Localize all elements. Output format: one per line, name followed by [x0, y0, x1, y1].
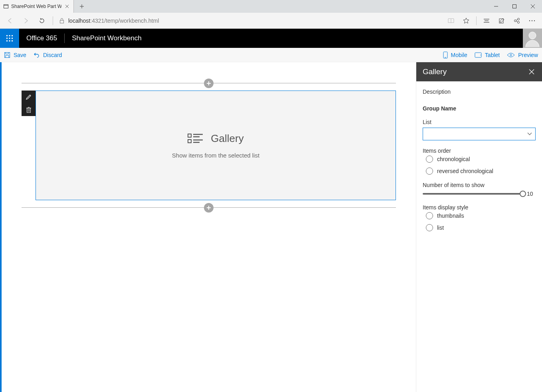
- app-launcher-button[interactable]: [0, 29, 19, 48]
- svg-rect-0: [4, 5, 8, 8]
- svg-rect-7: [513, 5, 516, 8]
- add-section-line-bottom: [22, 207, 396, 208]
- svg-rect-35: [6, 55, 9, 58]
- radio-list[interactable]: list: [426, 224, 536, 231]
- new-tab-button[interactable]: [74, 0, 90, 13]
- num-items-slider[interactable]: [423, 193, 523, 195]
- tablet-view-button[interactable]: Tablet: [475, 52, 500, 58]
- browser-tab-title: SharePoint Web Part W: [11, 4, 61, 9]
- delete-webpart-button[interactable]: [22, 103, 36, 116]
- mobile-view-button[interactable]: Mobile: [443, 51, 467, 59]
- radio-label: list: [437, 225, 444, 231]
- property-pane: Gallery Description Group Name List Item…: [416, 62, 542, 392]
- svg-rect-31: [12, 40, 13, 41]
- pane-description: Description: [423, 89, 536, 95]
- close-icon: [529, 69, 534, 75]
- url-path: :4321/temp/workbench.html: [90, 18, 159, 24]
- url-host: localhost: [68, 18, 90, 24]
- display-style-label: Items display style: [423, 204, 536, 211]
- svg-point-32: [529, 32, 536, 39]
- eye-icon: [507, 53, 515, 57]
- close-window-button[interactable]: [524, 0, 542, 13]
- list-icon: [188, 133, 204, 144]
- save-label: Save: [14, 52, 26, 58]
- reading-view-icon[interactable]: [443, 13, 459, 29]
- minimize-button[interactable]: [487, 0, 505, 13]
- radio-thumbnails[interactable]: thumbnails: [426, 212, 536, 219]
- browser-address-bar: localhost:4321/temp/workbench.html: [0, 13, 542, 29]
- suite-bar: Office 365 SharePoint Workbench: [0, 29, 542, 48]
- save-icon: [4, 52, 10, 58]
- radio-icon: [426, 224, 433, 231]
- svg-rect-51: [188, 140, 191, 143]
- radio-label: thumbnails: [437, 213, 464, 219]
- chevron-down-icon: [527, 132, 532, 136]
- discard-label: Discard: [43, 52, 62, 58]
- radio-label: chronological: [437, 156, 470, 162]
- property-pane-title: Gallery: [423, 67, 447, 76]
- discard-button[interactable]: Discard: [34, 52, 62, 58]
- lock-icon[interactable]: [56, 13, 67, 29]
- svg-point-16: [518, 18, 520, 20]
- svg-point-39: [480, 55, 481, 55]
- num-items-label: Number of items to show: [423, 182, 536, 188]
- webpart-title: Gallery: [211, 132, 243, 145]
- more-icon[interactable]: [524, 13, 540, 29]
- preview-label: Preview: [518, 52, 538, 58]
- webpart-row: Gallery Show items from the selected lis…: [22, 91, 396, 200]
- webpart-toolbar: [22, 91, 36, 116]
- list-field-label: List: [423, 119, 536, 125]
- user-avatar[interactable]: [523, 29, 542, 48]
- svg-rect-34: [6, 52, 8, 54]
- svg-point-15: [514, 20, 516, 22]
- property-pane-header: Gallery: [416, 62, 542, 81]
- radio-chronological[interactable]: chronological: [426, 156, 536, 163]
- favorite-icon[interactable]: [459, 13, 474, 29]
- forward-button[interactable]: [18, 13, 34, 29]
- suite-brand[interactable]: Office 365: [19, 29, 64, 48]
- canvas-area: Gallery Show items from the selected lis…: [0, 62, 416, 392]
- close-pane-button[interactable]: [528, 68, 536, 76]
- list-field: List: [423, 119, 536, 140]
- hub-icon[interactable]: [479, 13, 494, 29]
- notes-icon[interactable]: [494, 13, 509, 29]
- webpart-description: Show items from the selected list: [172, 152, 259, 159]
- close-tab-icon[interactable]: [64, 3, 70, 10]
- tablet-label: Tablet: [485, 52, 500, 58]
- svg-line-19: [516, 21, 518, 22]
- add-section-button-top[interactable]: [204, 79, 214, 88]
- addr-divider-2: [476, 16, 477, 25]
- edit-webpart-button[interactable]: [22, 91, 36, 103]
- back-button[interactable]: [2, 13, 18, 29]
- webpart-selection[interactable]: Gallery Show items from the selected lis…: [36, 91, 396, 200]
- refresh-button[interactable]: [34, 13, 49, 29]
- svg-point-20: [529, 20, 530, 21]
- preview-button[interactable]: Preview: [507, 52, 538, 58]
- add-section-button-bottom[interactable]: [204, 203, 214, 213]
- svg-rect-25: [12, 35, 13, 36]
- radio-reversed-chronological[interactable]: reversed chronological: [426, 167, 536, 175]
- tablet-icon: [475, 52, 482, 58]
- radio-label: reversed chronological: [437, 168, 493, 174]
- undo-icon: [34, 52, 40, 58]
- add-section-line-top: [22, 83, 396, 83]
- svg-point-17: [518, 21, 520, 23]
- save-button[interactable]: Save: [4, 52, 26, 58]
- list-dropdown[interactable]: [423, 128, 536, 140]
- slider-thumb[interactable]: [520, 191, 526, 197]
- maximize-button[interactable]: [505, 0, 524, 13]
- addr-divider: [53, 16, 53, 25]
- display-style-field: Items display style thumbnails list: [423, 204, 536, 231]
- radio-icon: [426, 156, 433, 163]
- items-order-label: Items order: [423, 148, 536, 154]
- browser-tab[interactable]: SharePoint Web Part W: [0, 0, 74, 13]
- svg-rect-24: [9, 35, 10, 36]
- num-items-field: Number of items to show 10: [423, 182, 536, 197]
- url-text[interactable]: localhost:4321/temp/workbench.html: [68, 18, 159, 24]
- suite-app-title: SharePoint Workbench: [65, 29, 149, 48]
- window-controls: [487, 0, 542, 13]
- addr-right-icons: [443, 13, 540, 29]
- share-icon[interactable]: [509, 13, 524, 29]
- radio-icon: [426, 212, 433, 219]
- property-pane-body: Description Group Name List Items order …: [416, 81, 542, 238]
